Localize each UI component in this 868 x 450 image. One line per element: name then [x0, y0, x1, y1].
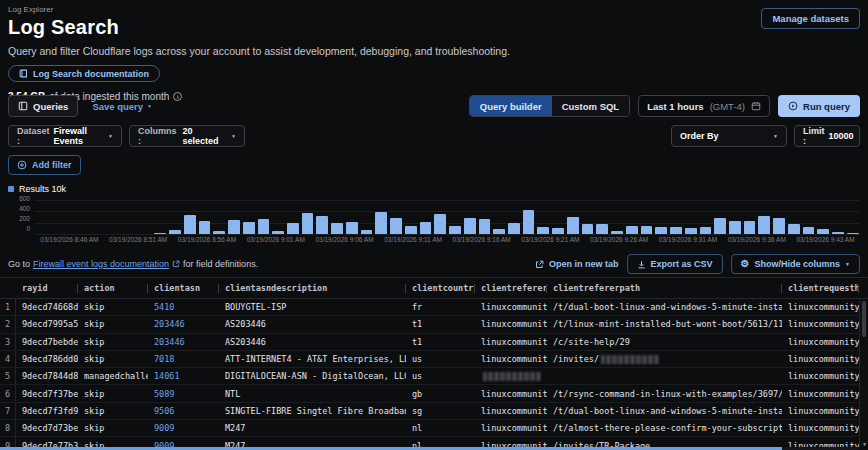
- results-label: Results 10k: [8, 184, 66, 194]
- table-actions-row: Go to Firewall event logs documentation …: [8, 254, 860, 274]
- table-row[interactable]: 79decd7f3fd97823askip9506SINGTEL-FIBRE S…: [0, 403, 868, 420]
- chart-bar: [788, 224, 800, 234]
- cell-action: skip: [78, 420, 148, 436]
- cell-clientasn[interactable]: 203446: [148, 316, 219, 332]
- queries-button[interactable]: Queries: [8, 95, 78, 117]
- field-definitions-doc-link[interactable]: Firewall event logs documentation: [33, 259, 169, 269]
- cell-clientrefererpath: [547, 368, 782, 384]
- cell-clientasn[interactable]: 9009: [148, 420, 219, 436]
- run-query-button[interactable]: Run query: [778, 95, 860, 117]
- cell-clientrefererhost: linuxcommunity.io: [475, 299, 547, 315]
- queries-label: Queries: [33, 101, 68, 112]
- time-range-picker[interactable]: Last 1 hours (GMT-4): [638, 95, 770, 117]
- cell-clientasn[interactable]: 7018: [148, 351, 219, 367]
- column-header-clientasndescription[interactable]: clientasndescription: [219, 278, 406, 298]
- open-in-new-tab-button[interactable]: Open in new tab: [535, 259, 619, 269]
- chart-bar: [184, 215, 196, 234]
- cell-clientrefererpath: /t/rsync-command-in-linux-with-examples/…: [547, 385, 782, 401]
- cell-action: skip: [78, 316, 148, 332]
- x-axis-tick-label: 03/19/2026 8:51 AM: [109, 236, 167, 245]
- columns-select[interactable]: Columns : 20 selected ▼: [129, 125, 245, 147]
- doc-sentence-prefix: Go to: [8, 259, 30, 269]
- dataset-value: Firewall Events: [54, 126, 105, 146]
- results-legend-dot: [8, 186, 14, 192]
- chart-xaxis: 03/19/2026 8:46 AM03/19/2026 8:51 AM03/1…: [35, 236, 860, 245]
- table-header-row: rayidactionclientasnclientasndescription…: [0, 278, 868, 299]
- add-filter-button[interactable]: Add filter: [8, 155, 81, 175]
- chart-bar: [611, 231, 623, 234]
- table-row[interactable]: 69decd7f37be40bebskip5089NTLgblinuxcommu…: [0, 385, 868, 402]
- chart-bar: [243, 222, 255, 234]
- column-header-clientasn[interactable]: clientasn: [148, 278, 219, 298]
- cell-action: skip: [78, 299, 148, 315]
- order-by-select[interactable]: Order By ▼: [671, 125, 787, 147]
- cell-clientrefererpath: /invites/: [547, 351, 782, 367]
- save-query-button[interactable]: Save query ▼: [92, 101, 152, 112]
- chart-bar: [272, 231, 284, 234]
- x-axis-tick-label: 03/19/2026 9:36 AM: [728, 236, 786, 245]
- table-row[interactable]: 49decd786dd0930a0skip7018ATT-INTERNET4 -…: [0, 351, 868, 368]
- show-hide-columns-button[interactable]: ⚙ Show/Hide columns ▼: [731, 254, 860, 274]
- page-description: Query and filter Cloudflare logs across …: [8, 45, 860, 57]
- chart-bar: [405, 226, 417, 235]
- scroll-down-arrow-icon[interactable]: ▼: [860, 441, 868, 447]
- save-query-label: Save query: [92, 101, 143, 112]
- tab-custom-sql[interactable]: Custom SQL: [552, 96, 630, 116]
- cell-clientcountry: sg: [406, 403, 475, 419]
- chart-bar: [744, 221, 756, 234]
- column-header-clientrefererpath[interactable]: clientrefererpath: [547, 278, 782, 298]
- cell-clientasn[interactable]: 203446: [148, 334, 219, 350]
- row-number: 4: [0, 351, 16, 367]
- y-axis-tick-label: 200: [8, 216, 30, 223]
- cell-clientasn[interactable]: 5089: [148, 385, 219, 401]
- results-histogram: 6004002000 03/19/2026 8:46 AM03/19/2026 …: [8, 197, 860, 246]
- table-row[interactable]: 39decd7bebdead26cskip203446AS203446t1lin…: [0, 334, 868, 351]
- chart-bar: [199, 221, 211, 234]
- chart-bar: [169, 230, 181, 234]
- column-header-clientrefererhost[interactable]: clientrefererhost: [475, 278, 547, 298]
- table-row[interactable]: 29decd7995a52d26cskip203446AS203446t1lin…: [0, 316, 868, 333]
- export-as-csv-button[interactable]: Export as CSV: [627, 254, 723, 274]
- cell-clientcountry: t1: [406, 316, 475, 332]
- columns-label: Columns :: [138, 126, 178, 146]
- cell-clientrefererpath: /t/dual-boot-linux-and-windows-5-minute-…: [547, 403, 782, 419]
- cell-clientasn[interactable]: 9506: [148, 403, 219, 419]
- log-search-documentation-label: Log Search documentation: [33, 69, 149, 79]
- table-row[interactable]: 19decd74668d6bccdskip5410BOUYGTEL-ISPfrl…: [0, 299, 868, 316]
- chart-bar: [213, 231, 225, 234]
- dataset-label: Dataset :: [17, 126, 50, 146]
- column-header-clientcountry[interactable]: clientcountry: [406, 278, 475, 298]
- tab-query-builder[interactable]: Query builder: [470, 96, 552, 116]
- chart-bar: [596, 224, 608, 234]
- cell-clientasn[interactable]: 5410: [148, 299, 219, 315]
- query-toolbar: Queries Save query ▼ Query builder Custo…: [8, 94, 860, 118]
- chart-bar: [685, 228, 697, 234]
- manage-datasets-button[interactable]: Manage datasets: [761, 8, 860, 29]
- dataset-select[interactable]: Dataset : Firewall Events ▼: [8, 125, 122, 147]
- cell-clientrefererhost: [475, 368, 547, 384]
- column-header-action[interactable]: action: [78, 278, 148, 298]
- vertical-scrollbar[interactable]: ▼: [859, 299, 868, 447]
- log-search-documentation-button[interactable]: Log Search documentation: [8, 65, 160, 82]
- chart-bar: [537, 227, 549, 234]
- table-row[interactable]: 59decd7844d8c5e39managedchallenge14061DI…: [0, 368, 868, 385]
- chart-bar: [420, 222, 432, 234]
- cell-clientasndescription: ATT-INTERNET4 - AT&T Enterprises, LLC: [219, 351, 406, 367]
- chevron-down-icon: ▼: [147, 103, 152, 109]
- x-axis-tick-label: 03/19/2026 8:56 AM: [178, 236, 236, 245]
- column-header-clientrequesthost[interactable]: clientrequesthost: [782, 278, 859, 298]
- cell-clientasn[interactable]: 14061: [148, 368, 219, 384]
- cell-clientasndescription: DIGITALOCEAN-ASN - DigitalOcean, LLC: [219, 368, 406, 384]
- cell-rayid: 9decd7f3fd97823a: [16, 403, 78, 419]
- row-number-header: [0, 278, 16, 298]
- cell-rayid: 9decd74668d6bccd: [16, 299, 78, 315]
- chart-bar: [729, 221, 741, 234]
- row-number: 8: [0, 420, 16, 436]
- vertical-scrollbar-thumb[interactable]: [862, 301, 866, 337]
- limit-input[interactable]: Limit : 10000: [794, 125, 860, 147]
- order-by-value: Order By: [680, 131, 719, 141]
- chart-bar: [346, 222, 358, 234]
- column-header-rayid[interactable]: rayid: [16, 278, 78, 298]
- chart-bar: [758, 216, 770, 234]
- table-row[interactable]: 89decd7d73be28eabskip9009M247nllinuxcomm…: [0, 420, 868, 437]
